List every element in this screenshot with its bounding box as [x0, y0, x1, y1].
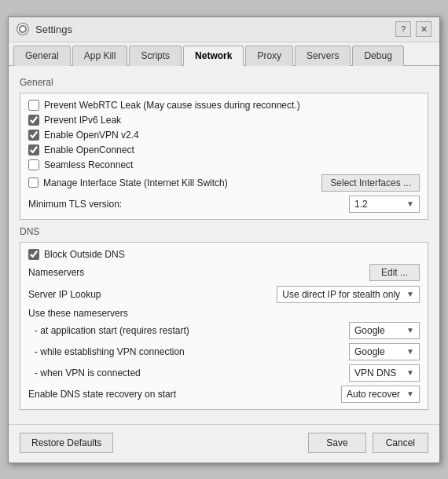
tab-debug[interactable]: Debug: [352, 46, 403, 66]
dns-state-recovery-value: Auto recover: [347, 389, 400, 400]
enable-openconnect-label: Enable OpenConnect: [44, 144, 420, 155]
use-nameservers-label: Use these nameservers: [28, 308, 420, 319]
tls-dropdown-arrow: ▼: [406, 199, 414, 208]
select-interfaces-button[interactable]: Select Interfaces ...: [321, 174, 420, 192]
nameserver-dropdown-3[interactable]: VPN DNS ▼: [349, 364, 420, 382]
prevent-ipv6-checkbox[interactable]: [28, 115, 39, 126]
title-bar: Settings ? ✕: [9, 17, 439, 42]
block-outside-dns-row: Block Outside DNS: [28, 249, 420, 260]
tab-bar: General App Kill Scripts Network Proxy S…: [9, 42, 439, 66]
nameserver-arrow-3: ▼: [406, 368, 414, 377]
nameservers-label: Nameservers: [28, 267, 369, 278]
prevent-webrtc-label: Prevent WebRTC Leak (May cause issues du…: [44, 100, 420, 111]
nameserver-row-1: - at application start (requires restart…: [28, 322, 420, 339]
tls-label: Minimum TLS version:: [28, 199, 349, 210]
nameserver-value-3: VPN DNS: [354, 367, 396, 378]
settings-window: Settings ? ✕ General App Kill Scripts Ne…: [8, 16, 440, 463]
nameserver-value-2: Google: [354, 346, 385, 357]
save-button[interactable]: Save: [308, 433, 365, 453]
dns-state-recovery-dropdown[interactable]: Auto recover ▼: [341, 386, 420, 403]
seamless-reconnect-row: Seamless Reconnect: [28, 159, 420, 170]
manage-interface-checkbox[interactable]: [28, 177, 39, 188]
bottom-bar: Restore Defaults Save Cancel: [9, 424, 439, 463]
dns-state-recovery-label: Enable DNS state recovery on start: [28, 389, 341, 400]
seamless-reconnect-checkbox[interactable]: [28, 159, 39, 170]
tab-servers[interactable]: Servers: [295, 46, 351, 66]
tab-general[interactable]: General: [13, 46, 71, 66]
tab-appkill[interactable]: App Kill: [72, 46, 128, 66]
prevent-webrtc-row: Prevent WebRTC Leak (May cause issues du…: [28, 100, 420, 111]
svg-point-1: [20, 27, 25, 31]
block-outside-dns-checkbox[interactable]: [28, 249, 39, 260]
nameservers-edit-button[interactable]: Edit ...: [369, 264, 420, 281]
manage-interface-row: Manage Interface State (Internet Kill Sw…: [28, 174, 420, 192]
enable-openconnect-row: Enable OpenConnect: [28, 144, 420, 155]
cancel-button[interactable]: Cancel: [373, 433, 428, 453]
tls-value: 1.2: [354, 199, 368, 210]
nameserver-label-2: - while establishing VPN connection: [35, 346, 349, 357]
nameservers-row: Nameservers Edit ...: [28, 264, 420, 281]
tab-proxy[interactable]: Proxy: [245, 46, 293, 66]
dns-group: Block Outside DNS Nameservers Edit ... S…: [20, 242, 428, 410]
nameserver-row-3: - when VPN is connected VPN DNS ▼: [28, 364, 420, 382]
title-bar-controls: ? ✕: [395, 21, 431, 37]
nameserver-value-1: Google: [354, 325, 385, 336]
block-outside-dns-label: Block Outside DNS: [44, 249, 420, 260]
enable-openvpn-row: Enable OpenVPN v2.4: [28, 130, 420, 141]
tls-row: Minimum TLS version: 1.2 ▼: [28, 196, 420, 213]
nameserver-label-1: - at application start (requires restart…: [35, 325, 349, 336]
enable-openconnect-checkbox[interactable]: [28, 144, 39, 155]
prevent-webrtc-checkbox[interactable]: [28, 100, 39, 111]
manage-interface-label: Manage Interface State (Internet Kill Sw…: [43, 177, 317, 188]
server-ip-row: Server IP Lookup Use direct IP for steal…: [28, 286, 420, 303]
server-ip-dropdown-arrow: ▼: [406, 290, 414, 298]
close-button[interactable]: ✕: [416, 21, 431, 37]
prevent-ipv6-row: Prevent IPv6 Leak: [28, 115, 420, 126]
prevent-ipv6-label: Prevent IPv6 Leak: [44, 115, 420, 126]
dns-state-recovery-arrow: ▼: [406, 389, 414, 398]
title-bar-left: Settings: [17, 23, 72, 35]
general-section-label: General: [20, 77, 428, 88]
nameserver-arrow-1: ▼: [406, 326, 414, 335]
general-group: Prevent WebRTC Leak (May cause issues du…: [20, 93, 428, 220]
enable-openvpn-label: Enable OpenVPN v2.4: [44, 130, 420, 141]
nameserver-dropdown-1[interactable]: Google ▼: [349, 322, 420, 339]
nameserver-row-2: - while establishing VPN connection Goog…: [28, 343, 420, 360]
action-buttons: Save Cancel: [308, 433, 428, 453]
server-ip-dropdown[interactable]: Use direct IP for stealth only ▼: [277, 286, 420, 303]
dns-state-recovery-row: Enable DNS state recovery on start Auto …: [28, 386, 420, 403]
restore-defaults-button[interactable]: Restore Defaults: [20, 433, 113, 453]
nameserver-arrow-2: ▼: [406, 347, 414, 356]
server-ip-label: Server IP Lookup: [28, 289, 277, 300]
tab-scripts[interactable]: Scripts: [129, 46, 182, 66]
tab-network[interactable]: Network: [183, 46, 244, 66]
dns-section-label: DNS: [20, 226, 428, 237]
content-area: General Prevent WebRTC Leak (May cause i…: [9, 66, 439, 424]
enable-openvpn-checkbox[interactable]: [28, 130, 39, 141]
server-ip-value: Use direct IP for stealth only: [282, 289, 400, 300]
tls-dropdown[interactable]: 1.2 ▼: [349, 196, 420, 213]
nameserver-label-3: - when VPN is connected: [35, 367, 349, 378]
nameserver-dropdown-2[interactable]: Google ▼: [349, 343, 420, 360]
help-button[interactable]: ?: [395, 21, 411, 37]
seamless-reconnect-label: Seamless Reconnect: [44, 159, 420, 170]
window-title: Settings: [35, 24, 72, 35]
app-icon: [17, 23, 29, 35]
